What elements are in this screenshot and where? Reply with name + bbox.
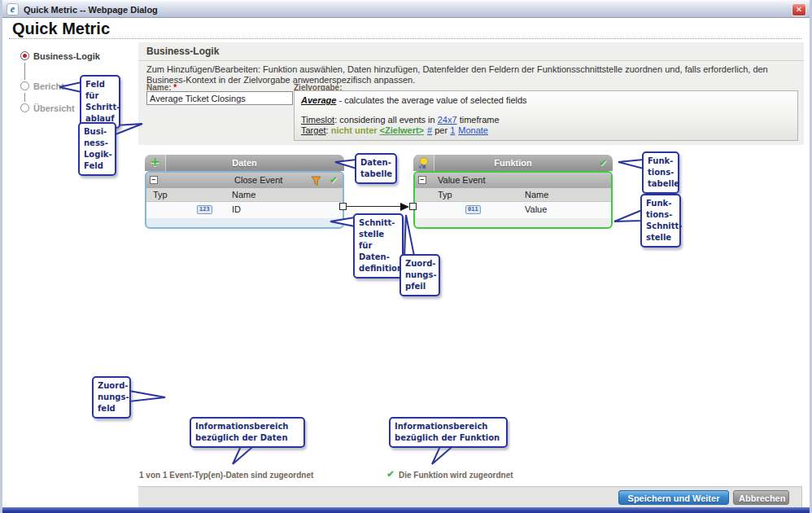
step-label: Business-Logik xyxy=(33,51,100,61)
daten-event-name: Close Event xyxy=(234,173,282,187)
timeslot-line: Timeslot: considering all events in 24x7… xyxy=(301,115,791,125)
step-label: Übersicht xyxy=(33,103,75,113)
daten-table-title: Daten xyxy=(145,155,344,171)
title-separator xyxy=(9,38,801,39)
section-description: Zum Hinzufügen/Bearbeiten: Funktion ausw… xyxy=(146,64,789,86)
collapse-icon[interactable]: − xyxy=(150,176,158,184)
daten-connector-handle[interactable] xyxy=(339,203,347,210)
status-check-icon: ✔ xyxy=(386,469,395,480)
data-valid-check-icon[interactable]: ✔ xyxy=(330,173,338,186)
step-label: Bericht xyxy=(33,81,64,91)
target-period-link[interactable]: Monate xyxy=(458,125,488,135)
cancel-button[interactable]: Abbrechen xyxy=(733,490,789,505)
callout-step-flow: Feld für Schritt- ablauf xyxy=(80,75,120,129)
callout-info-daten: Informationsbereich bezüglich der Daten xyxy=(190,417,305,448)
select-function-button[interactable]: √x xyxy=(413,155,434,171)
funktion-table-title: Funktion xyxy=(413,155,613,171)
typ-column-label: Typ xyxy=(438,188,452,202)
svg-text:√x: √x xyxy=(418,164,426,169)
callout-mapping-arrow: Zuord- nungs- pfeil xyxy=(399,254,440,296)
daten-field-name: ID xyxy=(232,203,241,217)
target-line: Target: nicht unter <Zielwert># per 1Mon… xyxy=(301,125,791,136)
daten-field-row[interactable]: 123 ID xyxy=(146,202,343,218)
funktion-event-row: − Value Event xyxy=(415,173,611,188)
callout-mapping-field: Zuord- nungs- feld xyxy=(92,376,131,419)
target-label: Target xyxy=(301,125,326,135)
page-title: Quick Metric xyxy=(12,20,110,37)
funktion-connector-handle[interactable] xyxy=(409,203,417,210)
callout-info-funktion: Informationsbereich bezüglich der Funkti… xyxy=(389,417,508,448)
title-bar: e Quick Metric -- Webpage Dialog ✕ xyxy=(2,0,810,18)
funktion-field-name: Value xyxy=(525,203,547,217)
callout-funktion-interface: Funk- tions- Schnitt- stelle xyxy=(640,194,681,248)
callout-business-logic-field: Busi- ness- Logik- Feld xyxy=(78,122,116,176)
ie-logo-icon: e xyxy=(7,3,19,15)
funktion-column-header: Typ Name xyxy=(415,188,611,202)
radio-selected-icon[interactable] xyxy=(20,51,29,60)
mapping-arrowhead-icon xyxy=(400,203,409,211)
target-interval-link[interactable]: 1 xyxy=(450,125,455,135)
funktion-interface-box[interactable]: − Value Event Typ Name 011 Value xyxy=(413,171,613,229)
average-description: - calculates the average value of select… xyxy=(338,95,526,105)
function-bulb-icon: √x xyxy=(417,156,430,173)
mapping-arrow-line[interactable] xyxy=(347,206,400,207)
section-separator xyxy=(138,60,804,61)
plus-icon: + xyxy=(150,155,160,169)
average-term: Average xyxy=(301,95,336,105)
callout-funktion-table: Funk- tions- tabelle xyxy=(642,151,679,194)
name-column-label: Name xyxy=(525,188,548,202)
name-column-label: Name xyxy=(232,188,255,202)
window-title: Quick Metric -- Webpage Dialog xyxy=(24,4,158,15)
daten-status-text: 1 von 1 Event-Typ(en)-Daten sind zugeord… xyxy=(139,470,313,480)
radio-unselected-icon[interactable] xyxy=(20,81,29,90)
target-phrase: nicht unter xyxy=(331,125,380,135)
timeframe-link[interactable]: 24x7 xyxy=(438,115,457,125)
timeslot-suffix: timeframe xyxy=(457,115,500,125)
save-and-next-button[interactable]: Speichern und Weiter xyxy=(618,490,729,505)
close-icon[interactable]: ✕ xyxy=(792,3,806,16)
section-title: Business-Logik xyxy=(146,46,219,58)
callout-daten-table: Daten- tabelle xyxy=(355,153,397,184)
collapse-icon[interactable]: − xyxy=(418,176,426,184)
function-valid-check-icon[interactable]: ✔ xyxy=(599,156,607,169)
funktion-table-header: Funktion √x ✔ xyxy=(413,155,613,171)
add-data-button[interactable]: + xyxy=(145,155,166,171)
footer-bar: Speichern und Weiter Abbrechen xyxy=(138,486,802,507)
callout-daten-interface: Schnitt- stelle für Daten- definition xyxy=(353,213,404,278)
step-connector-line xyxy=(24,93,25,102)
daten-interface-box[interactable]: − Close Event ✔ Typ Name 123 ID xyxy=(145,171,344,229)
target-value-link[interactable]: <Zielwert> xyxy=(380,125,424,135)
daten-table-header: Daten + xyxy=(145,155,344,171)
business-logik-panel: Business-Logik Zum Hinzufügen/Bearbeiten… xyxy=(138,42,804,145)
numeric-type-icon: 123 xyxy=(197,205,212,214)
daten-column-header: Typ Name xyxy=(146,188,343,202)
funktion-status-text: Die Funktion wird zugeordnet xyxy=(399,470,513,480)
zielvorgabe-box: Average - calculates the average value o… xyxy=(294,90,798,141)
window-bottom-border xyxy=(2,507,810,513)
dialog-window: e Quick Metric -- Webpage Dialog ✕ Quick… xyxy=(0,0,812,513)
timeslot-text: : considering all events in xyxy=(334,115,438,125)
average-line: Average - calculates the average value o… xyxy=(301,95,791,106)
daten-event-row: − Close Event ✔ xyxy=(146,173,343,188)
step-connector-line xyxy=(24,63,25,80)
timeslot-label: Timeslot xyxy=(301,115,334,125)
target-per: per xyxy=(432,125,450,135)
funktion-event-name: Value Event xyxy=(438,173,486,187)
binary-type-icon: 011 xyxy=(465,205,481,214)
typ-column-label: Typ xyxy=(153,188,168,202)
name-input[interactable] xyxy=(146,91,293,105)
radio-unselected-icon[interactable] xyxy=(20,103,29,112)
funktion-field-row[interactable]: 011 Value xyxy=(415,202,611,218)
